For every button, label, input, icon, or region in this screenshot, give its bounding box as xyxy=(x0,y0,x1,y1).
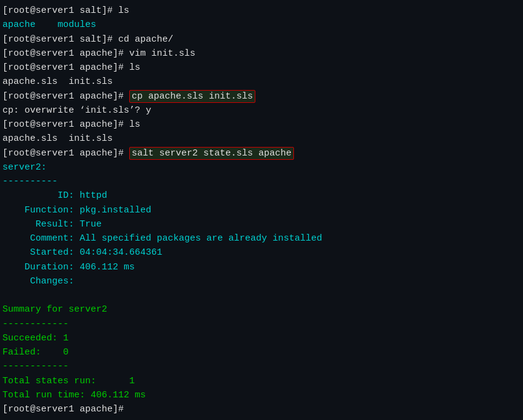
terminal: [root@server1 salt]# ls apache modules [… xyxy=(2,4,521,416)
line-ls2-output: apache.sls init.sls xyxy=(2,75,521,89)
line-final-prompt: [root@server1 apache]# xyxy=(2,402,521,416)
line-separator2: ------------ xyxy=(2,317,521,331)
line-separator1: ---------- xyxy=(2,174,521,189)
cp-prompt: [root@server1 apache]# xyxy=(2,91,129,102)
line-ls-output: apache modules xyxy=(2,18,521,32)
line-result: Result: True xyxy=(2,217,521,231)
line-failed: Failed: 0 xyxy=(2,345,521,359)
line-cp-overwrite: cp: overwrite ‘init.sls’? y xyxy=(2,103,521,118)
line-server2: server2: xyxy=(2,160,521,174)
line-id: ID: httpd xyxy=(2,189,521,203)
line-succeeded: Succeeded: 1 xyxy=(2,331,521,345)
line-summary: Summary for server2 xyxy=(2,302,521,317)
salt-prompt: [root@server1 apache]# xyxy=(2,148,129,159)
line-changes: Changes: xyxy=(2,274,521,288)
line-cp-command: [root@server1 apache]# cp apache.sls ini… xyxy=(2,89,521,103)
line-empty xyxy=(2,288,521,302)
cp-command-highlight: cp apache.sls init.sls xyxy=(129,90,255,103)
line-function: Function: pkg.installed xyxy=(2,203,521,217)
line-total-states: Total states run: 1 xyxy=(2,374,521,388)
line-comment: Comment: All specified packages are alre… xyxy=(2,231,521,246)
line-salt-command: [root@server1 apache]# salt server2 stat… xyxy=(2,146,521,160)
line-ls3-output: apache.sls init.sls xyxy=(2,132,521,146)
ls-apache: apache xyxy=(2,20,36,30)
line-cd: [root@server1 salt]# cd apache/ xyxy=(2,32,521,47)
salt-command-highlight: salt server2 state.sls apache xyxy=(129,147,294,160)
line-total-runtime: Total run time: 406.112 ms xyxy=(2,388,521,402)
line-ls: [root@server1 salt]# ls xyxy=(2,4,521,18)
line-started: Started: 04:04:34.664361 xyxy=(2,246,521,260)
line-ls3: [root@server1 apache]# ls xyxy=(2,118,521,132)
ls-modules: modules xyxy=(58,20,96,30)
line-separator3: ------------ xyxy=(2,359,521,373)
line-duration: Duration: 406.112 ms xyxy=(2,260,521,274)
line-vim: [root@server1 apache]# vim init.sls xyxy=(2,47,521,61)
line-ls2: [root@server1 apache]# ls xyxy=(2,61,521,75)
